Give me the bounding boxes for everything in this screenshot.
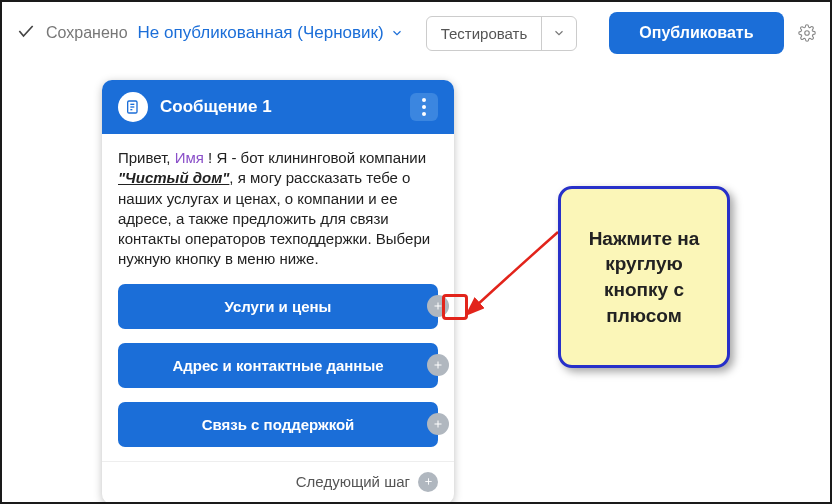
add-connection-button[interactable] — [427, 295, 449, 317]
card-header: Сообщение 1 — [102, 80, 454, 134]
callout-arrow — [458, 222, 568, 322]
canvas: Сообщение 1 Привет, Имя ! Я - бот клинин… — [2, 64, 830, 504]
test-dropdown[interactable] — [542, 18, 576, 48]
add-connection-button[interactable] — [427, 413, 449, 435]
card-menu-button[interactable] — [410, 93, 438, 121]
publish-button[interactable]: Опубликовать — [609, 12, 783, 54]
settings-button[interactable] — [798, 24, 816, 42]
option-button-support[interactable]: Связь с поддержкой — [118, 402, 438, 447]
test-button[interactable]: Тестировать — [427, 17, 543, 50]
chevron-down-icon — [552, 26, 566, 40]
next-step-label: Следующий шаг — [296, 473, 410, 490]
options-list: Услуги и цены Адрес и контактные данные … — [118, 284, 438, 447]
option-label: Услуги и цены — [225, 298, 332, 315]
variable-name: Имя — [175, 149, 204, 166]
company-name: "Чистый дом" — [118, 169, 229, 186]
msg-part: ! Я - бот клининговой компании — [204, 149, 426, 166]
draft-status-dropdown[interactable]: Не опубликованная (Черновик) — [138, 23, 404, 43]
option-label: Связь с поддержкой — [202, 416, 355, 433]
add-step-button[interactable] — [418, 472, 438, 492]
message-icon — [118, 92, 148, 122]
option-button-services[interactable]: Услуги и цены — [118, 284, 438, 329]
chevron-down-icon — [390, 26, 404, 40]
test-button-group: Тестировать — [426, 16, 578, 51]
draft-status-label: Не опубликованная (Черновик) — [138, 23, 384, 43]
svg-point-0 — [805, 31, 810, 36]
add-connection-button[interactable] — [427, 354, 449, 376]
callout-text: Нажмите на круглую кнопку с плюсом — [575, 226, 713, 329]
saved-label: Сохранено — [46, 24, 128, 42]
option-button-address[interactable]: Адрес и контактные данные — [118, 343, 438, 388]
gear-icon — [798, 24, 816, 42]
message-card: Сообщение 1 Привет, Имя ! Я - бот клинин… — [102, 80, 454, 504]
card-title: Сообщение 1 — [160, 97, 398, 117]
msg-part: Привет, — [118, 149, 175, 166]
callout-tooltip: Нажмите на круглую кнопку с плюсом — [558, 186, 730, 368]
option-label: Адрес и контактные данные — [172, 357, 383, 374]
dots-vertical-icon — [422, 98, 426, 116]
card-body: Привет, Имя ! Я - бот клининговой компан… — [102, 134, 454, 461]
message-text: Привет, Имя ! Я - бот клининговой компан… — [118, 148, 438, 270]
check-icon — [16, 21, 36, 45]
card-footer: Следующий шаг — [102, 461, 454, 504]
top-bar: Сохранено Не опубликованная (Черновик) Т… — [2, 2, 830, 64]
